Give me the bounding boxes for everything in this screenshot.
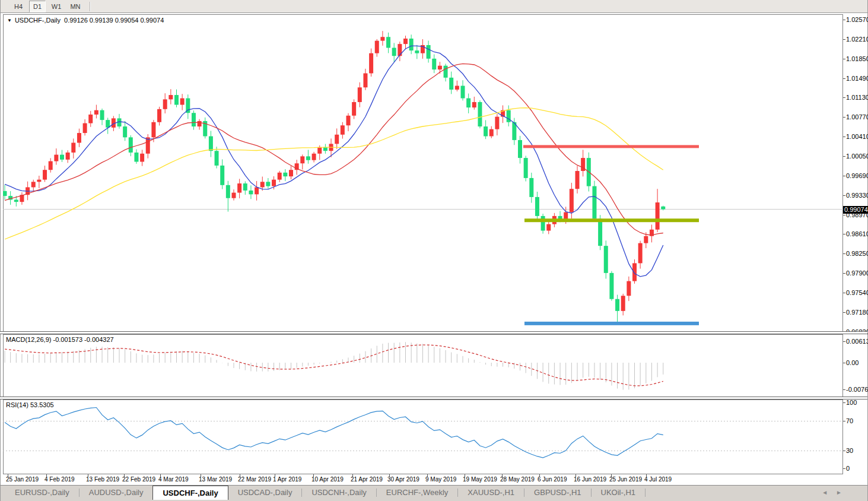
price-axis-label: 1.00770 (846, 113, 868, 121)
date-axis-label: 22 Mar 2019 (238, 476, 271, 483)
date-axis-label: 1 Apr 2019 (273, 476, 301, 483)
rsi-axis-label: 0 (846, 465, 850, 472)
rsi-axis-label: 70 (846, 417, 853, 424)
date-axis-label: 25 Jan 2019 (6, 476, 39, 483)
panel-splitter-main-macd[interactable] (0, 331, 867, 334)
price-axis-tick (843, 195, 845, 196)
macd-canvas[interactable] (3, 334, 843, 397)
tab-audusd-daily[interactable]: AUDUSD-,Daily (80, 486, 153, 499)
rsi-axis-tick (843, 402, 845, 403)
date-axis-label: 9 May 2019 (425, 476, 456, 483)
macd-axis-tick (843, 341, 845, 342)
date-axis-label: 4 Jul 2019 (644, 476, 672, 483)
price-axis-tick (843, 156, 845, 157)
chart-dropdown-icon[interactable]: ▼ (7, 18, 12, 23)
price-axis-tick (843, 273, 845, 274)
tab-eurusd-daily[interactable]: EURUSD-,Daily (5, 486, 79, 499)
macd-axis-label: -0.00761 (846, 386, 868, 393)
tab-usdcad-daily[interactable]: USDCAD-,Daily (228, 486, 302, 499)
current-price-badge: 0.99074 (843, 206, 868, 214)
macd-axis-label: 0.00613 (846, 338, 868, 345)
resistance-line[interactable] (523, 145, 699, 148)
price-axis-tick (843, 78, 845, 79)
price-axis-tick (843, 253, 845, 254)
date-axis-label: 6 Jun 2019 (538, 476, 567, 483)
price-axis-tick (843, 137, 845, 137)
macd-axis-tick (843, 389, 845, 390)
symbol-period-label: USDCHF-,Daily (15, 17, 61, 24)
price-axis-tick (843, 20, 845, 20)
window-border-left (0, 0, 1, 501)
chart-title: ▼USDCHF-,Daily 0.99126 0.99139 0.99054 0… (7, 17, 164, 24)
tab-eurchf-weekly[interactable]: EURCHF-,Weekly (377, 486, 458, 499)
chart-tab-bar: EURUSD-,DailyAUDUSD-,DailyUSDCHF-,DailyU… (1, 486, 867, 501)
date-axis-label: 4 Mar 2019 (158, 476, 189, 483)
price-axis-tick (843, 215, 845, 215)
tab-usdchf-daily[interactable]: USDCHF-,Daily (152, 486, 228, 500)
timeframe-toolbar: H4D1W1MN (1, 0, 867, 13)
tab-separator (645, 489, 646, 497)
mt4-terminal-window: { "toolbar": { "buttons": [ {"label": "H… (0, 0, 868, 501)
mid-support-line[interactable] (524, 218, 699, 222)
main-chart-canvas[interactable] (3, 14, 843, 332)
ma-line-fast (5, 46, 663, 276)
tab-scroll-arrows: ◄► (822, 489, 850, 496)
candlesticks (3, 31, 665, 324)
rsi-axis-tick (843, 451, 845, 451)
price-axis-tick (843, 293, 845, 293)
price-axis-label: 1.00050 (846, 153, 868, 160)
price-axis-label: 1.01130 (846, 94, 868, 101)
date-axis-label: 19 May 2019 (463, 476, 497, 483)
price-axis-label: 1.02210 (846, 36, 868, 43)
timeframe-button-d1[interactable]: D1 (29, 1, 46, 12)
price-axis-label: 0.98250 (846, 250, 868, 257)
ohlc-values: 0.99126 0.99139 0.99054 0.99074 (64, 17, 164, 24)
date-axis-label: 4 Feb 2019 (44, 476, 75, 483)
price-axis-tick (843, 39, 845, 40)
rsi-axis-label: 100 (846, 399, 857, 406)
macd-histogram (5, 342, 663, 389)
date-axis-label: 10 Apr 2019 (311, 476, 344, 483)
tab-xauusd-h1[interactable]: XAUUSD-,H1 (458, 486, 524, 499)
date-axis-label: 25 Jun 2019 (609, 476, 642, 483)
price-axis-tick (843, 117, 845, 118)
price-axis-label: 0.97540 (846, 289, 868, 296)
tab-ukoil-h1[interactable]: UKOil-,H1 (592, 486, 646, 499)
price-axis-label: 1.00410 (846, 133, 868, 140)
date-axis-label: 28 May 2019 (500, 476, 535, 483)
macd-indicator-label: MACD(12,26,9) -0.001573 -0.004327 (6, 336, 114, 343)
price-axis-label: 1.02570 (846, 16, 868, 23)
timeframe-button-mn[interactable]: MN (67, 1, 84, 12)
date-axis-label: 30 Apr 2019 (387, 476, 419, 483)
price-axis-label: 0.98610 (846, 230, 868, 237)
date-axis-label: 13 Feb 2019 (86, 476, 119, 483)
date-axis-label: 21 Apr 2019 (351, 476, 383, 483)
price-axis-label: 0.97180 (846, 309, 868, 316)
rsi-axis-label: 30 (846, 447, 853, 454)
macd-axis-tick (843, 363, 845, 363)
rsi-canvas[interactable] (3, 399, 843, 474)
rsi-axis-tick (843, 421, 845, 421)
macd-axis-label: 0.00 (846, 359, 859, 366)
price-axis-tick (843, 176, 845, 176)
price-axis-label: 1.01490 (846, 75, 868, 82)
rsi-line (5, 408, 663, 458)
price-axis-label: 0.97900 (846, 269, 868, 277)
timeframe-button-w1[interactable]: W1 (48, 1, 65, 12)
price-axis-tick (843, 234, 845, 234)
date-axis-label: 22 Feb 2019 (122, 476, 155, 483)
price-axis-tick (843, 97, 845, 98)
tab-scroll-right-icon[interactable]: ► (836, 489, 850, 496)
date-axis-label: 16 Jun 2019 (574, 476, 606, 483)
panel-splitter-macd-rsi[interactable] (0, 397, 867, 399)
tab-gbpusd-h1[interactable]: GBPUSD-,H1 (524, 486, 590, 499)
price-axis-label: 1.01850 (846, 55, 868, 62)
tab-usdcnh-daily[interactable]: USDCNH-,Daily (302, 486, 376, 499)
price-axis-label: 0.99330 (846, 192, 868, 199)
timeframe-button-h4[interactable]: H4 (10, 1, 27, 12)
macd-signal-line (5, 345, 663, 386)
toolbar-separator (90, 2, 91, 11)
price-axis-tick (843, 312, 845, 313)
support-line[interactable] (524, 322, 699, 325)
tab-scroll-left-icon[interactable]: ◄ (822, 489, 836, 496)
